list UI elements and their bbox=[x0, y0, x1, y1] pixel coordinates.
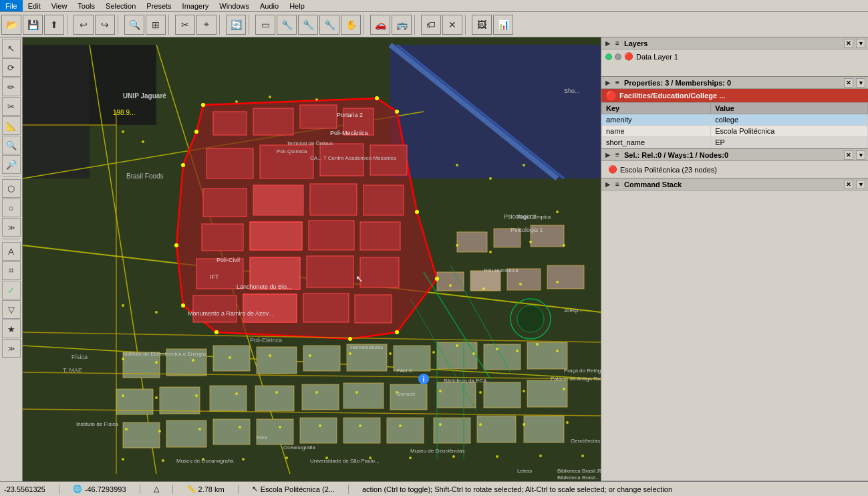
undo-button[interactable]: ↩ bbox=[74, 15, 94, 35]
menu-view[interactable]: View bbox=[46, 0, 73, 11]
menu-imagery[interactable]: Imagery bbox=[177, 0, 214, 11]
svg-point-95 bbox=[181, 163, 185, 167]
text-button[interactable]: A bbox=[2, 242, 21, 261]
svg-text:Palácio da Antiga Reitoria: Palácio da Antiga Reitoria bbox=[551, 376, 601, 382]
menu-help[interactable]: Help bbox=[284, 0, 310, 11]
cut-button[interactable]: ✂ bbox=[175, 15, 195, 35]
menu-windows[interactable]: Windows bbox=[214, 0, 255, 11]
svg-text:Letras: Letras bbox=[517, 468, 532, 474]
map-area[interactable]: i ↖ Brasil Foods T. MAE Física Poli-Civi… bbox=[23, 37, 601, 481]
sel-menu-button[interactable]: ▾ bbox=[856, 150, 865, 160]
draw-button[interactable]: ✏ bbox=[2, 78, 21, 96]
svg-rect-46 bbox=[257, 347, 297, 374]
star-button[interactable]: ★ bbox=[2, 320, 21, 338]
layers-menu-button[interactable]: ▾ bbox=[856, 39, 865, 48]
svg-point-110 bbox=[449, 284, 452, 287]
layers-icon: ≡ bbox=[613, 39, 621, 47]
svg-text:Geociências: Geociências bbox=[571, 438, 600, 444]
svg-point-162 bbox=[409, 457, 412, 459]
svg-text:Biblioteca Brasil...: Biblioteca Brasil... bbox=[557, 468, 600, 474]
layers-collapse-button[interactable]: ▶ bbox=[604, 40, 611, 47]
filter-button[interactable]: ▽ bbox=[2, 300, 21, 319]
refresh-button[interactable]: 🔄 bbox=[226, 15, 246, 35]
svg-point-129 bbox=[516, 350, 519, 352]
lon-value: -46.7293993 bbox=[85, 485, 126, 493]
svg-rect-52 bbox=[527, 342, 567, 369]
grid-button[interactable]: ⊞ bbox=[146, 15, 166, 35]
svg-point-130 bbox=[556, 350, 559, 352]
menu-audio[interactable]: Audio bbox=[255, 0, 284, 11]
layers-close-button[interactable]: ✕ bbox=[844, 39, 853, 48]
menu-presets[interactable]: Presets bbox=[141, 0, 176, 11]
more1-button[interactable]: ≫ bbox=[2, 218, 21, 237]
menu-file[interactable]: File bbox=[0, 0, 23, 11]
select-button[interactable]: ▭ bbox=[255, 15, 275, 35]
svg-rect-69 bbox=[387, 418, 424, 443]
svg-point-102 bbox=[456, 164, 458, 166]
svg-rect-31 bbox=[360, 257, 399, 287]
cmd-collapse-button[interactable]: ▶ bbox=[604, 181, 611, 188]
svg-point-107 bbox=[489, 251, 492, 253]
svg-rect-34 bbox=[303, 293, 349, 322]
cmd-close-button[interactable]: ✕ bbox=[844, 180, 853, 189]
svg-point-156 bbox=[162, 459, 164, 462]
hand-button[interactable]: ✋ bbox=[341, 15, 361, 35]
hex-button[interactable]: ⬡ bbox=[2, 179, 21, 198]
zoom-in-button[interactable]: 🔍 bbox=[2, 136, 21, 154]
property-row[interactable]: name Escola Politécnica bbox=[602, 126, 868, 137]
grid2-button[interactable]: ⌗ bbox=[2, 261, 21, 280]
redo-button[interactable]: ↪ bbox=[95, 15, 115, 35]
svg-point-97 bbox=[122, 130, 124, 133]
menu-selection[interactable]: Selection bbox=[100, 0, 141, 11]
svg-rect-70 bbox=[434, 418, 470, 443]
chart-button[interactable]: 📊 bbox=[493, 15, 513, 35]
property-row[interactable]: short_name EP bbox=[602, 137, 868, 148]
svg-rect-13 bbox=[253, 108, 293, 135]
more2-button[interactable]: ≫ bbox=[2, 339, 21, 358]
sel-collapse-button[interactable]: ▶ bbox=[604, 152, 611, 158]
close-tool-button[interactable]: ✕ bbox=[442, 15, 462, 35]
target-button[interactable]: ⌖ bbox=[196, 15, 216, 35]
svg-point-86 bbox=[375, 96, 379, 100]
tag-button[interactable]: 🏷 bbox=[421, 15, 441, 35]
zoom-out-button[interactable]: 🔎 bbox=[2, 155, 21, 174]
layer-row[interactable]: 🔴 Data Layer 1 bbox=[603, 51, 867, 62]
tools2-button[interactable]: 🔧 bbox=[298, 15, 318, 35]
open-button[interactable]: 📂 bbox=[1, 15, 21, 35]
menu-tools[interactable]: Tools bbox=[72, 0, 100, 11]
menu-edit[interactable]: Edit bbox=[23, 0, 46, 11]
properties-panel-header: ▶ ≡ Properties: 3 / Memberships: 0 ✕ ▾ bbox=[601, 77, 868, 89]
svg-point-106 bbox=[456, 244, 458, 247]
sel-close-button[interactable]: ✕ bbox=[844, 150, 853, 160]
bus-button[interactable]: 🚌 bbox=[392, 15, 412, 35]
select-arrow-button[interactable]: ↖ bbox=[2, 39, 21, 57]
right-panel: ▶ ≡ Layers ✕ ▾ 🔴 Data Layer 1 ▶ ≡ Prope bbox=[601, 37, 868, 481]
menubar: File Edit View Tools Selection Presets I… bbox=[0, 0, 868, 12]
circle-button[interactable]: ○ bbox=[2, 199, 21, 217]
measure-button[interactable]: 📐 bbox=[2, 116, 21, 135]
status-selected-feature: ↖ Escola Politécnica (2... bbox=[252, 485, 335, 493]
zoom-button[interactable]: 🔍 bbox=[124, 15, 144, 35]
save-button[interactable]: 💾 bbox=[23, 15, 43, 35]
car-button[interactable]: 🚗 bbox=[370, 15, 390, 35]
cmd-menu-button[interactable]: ▾ bbox=[856, 180, 865, 189]
rotate-button[interactable]: ⟳ bbox=[2, 58, 21, 77]
props-close-button[interactable]: ✕ bbox=[844, 78, 853, 88]
imagery-button[interactable]: 🖼 bbox=[472, 15, 492, 35]
command-stack-panel-header: ▶ ≡ Command Stack ✕ ▾ bbox=[601, 178, 868, 191]
svg-text:Poli-Elétrica: Poli-Elétrica bbox=[250, 337, 282, 344]
svg-point-116 bbox=[456, 344, 458, 347]
property-row[interactable]: amenity college bbox=[602, 114, 868, 126]
selection-item[interactable]: 🔴 Escola Politécnica (23 nodes) bbox=[605, 164, 864, 175]
props-collapse-button[interactable]: ▶ bbox=[604, 80, 611, 86]
distance-value: 2.78 km bbox=[198, 485, 225, 493]
check-button[interactable]: ✓ bbox=[2, 281, 21, 299]
svg-text:Poli-Quimica: Poli-Quimica bbox=[277, 148, 307, 154]
scissors-button[interactable]: ✂ bbox=[2, 97, 21, 116]
tools3-button[interactable]: 🔧 bbox=[319, 15, 339, 35]
upload-button[interactable]: ⬆ bbox=[44, 15, 64, 35]
svg-rect-47 bbox=[303, 346, 340, 371]
prop-value: Escola Politécnica bbox=[711, 126, 868, 137]
tools1-button[interactable]: 🔧 bbox=[277, 15, 297, 35]
props-menu-button[interactable]: ▾ bbox=[856, 78, 865, 88]
